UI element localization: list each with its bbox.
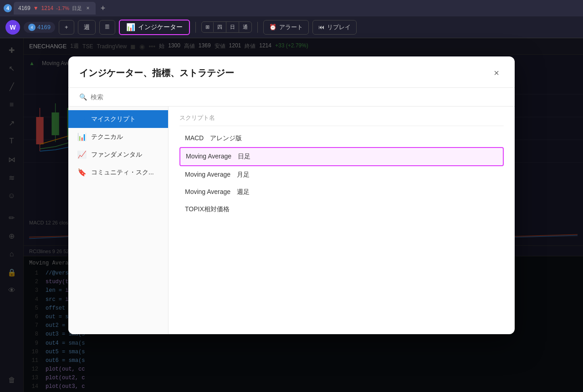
- chart-type-btn[interactable]: 𝄜: [99, 20, 115, 35]
- header-price: 4169: [37, 24, 51, 31]
- indicator-btn[interactable]: 📊 インジケーター: [119, 20, 190, 35]
- plus-btn[interactable]: +: [59, 20, 74, 35]
- indicator-modal: インジケーター、指標、ストラテジー × 🔍 👤 マイスクリプト 📊: [68, 56, 515, 334]
- tab-circle: 4: [4, 4, 12, 12]
- alert-label: アラート: [279, 23, 303, 31]
- toolbar-separator: [195, 22, 196, 33]
- modal-close-btn[interactable]: ×: [489, 66, 504, 80]
- script-ma-monthly-label: Moving Average 月足: [185, 171, 250, 179]
- btn-all[interactable]: 通: [239, 22, 251, 32]
- search-icon: 🔍: [79, 93, 87, 101]
- nav-item-technical[interactable]: 📊 テクニカル: [68, 128, 168, 146]
- user-icon: 👤: [77, 115, 87, 123]
- modal-body: 👤 マイスクリプト 📊 テクニカル 📈 ファンダメンタル 🔖 コミュニティ・スク…: [68, 107, 515, 334]
- modal-content: スクリプト名 MACD アレンジ版 Moving Average 日足 Movi…: [169, 107, 515, 334]
- view-group: ⊞ スクリプト名 四 日 通: [201, 21, 252, 33]
- tab-price: 4169: [18, 5, 31, 11]
- chart-icon: 📈: [77, 150, 87, 159]
- script-item-macd[interactable]: MACD アレンジ版: [179, 130, 504, 147]
- nav-technical-label: テクニカル: [91, 133, 123, 141]
- modal-overlay: インジケーター、指標、ストラテジー × 🔍 👤 マイスクリプト 📊: [0, 38, 583, 392]
- bookmark-nav-icon: 🔖: [77, 168, 87, 177]
- tab-price2: 1214: [41, 5, 54, 11]
- nav-my-scripts-label: マイスクリプト: [91, 115, 136, 123]
- script-item-ma-daily[interactable]: Moving Average 日足: [179, 147, 504, 166]
- alert-btn[interactable]: ⏰ アラート: [263, 20, 309, 35]
- nav-item-fundamental[interactable]: 📈 ファンダメンタル: [68, 146, 168, 163]
- nav-community-label: コミュニティ・スク...: [91, 168, 154, 177]
- script-ma-daily-label: Moving Average 日足: [186, 153, 251, 161]
- script-macd-label: MACD アレンジ版: [185, 134, 242, 143]
- modal-header: インジケーター、指標、ストラテジー ×: [68, 56, 515, 88]
- bar-chart-icon: 📊: [77, 132, 87, 141]
- script-item-ma-monthly[interactable]: Moving Average 月足: [179, 166, 504, 183]
- replay-btn[interactable]: ⏮ リプレイ: [312, 20, 357, 35]
- brand-logo: W: [5, 20, 20, 35]
- replay-label: リプレイ: [327, 23, 351, 31]
- modal-nav: 👤 マイスクリプト 📊 テクニカル 📈 ファンダメンタル 🔖 コミュニティ・スク…: [68, 107, 169, 334]
- tab-bar: 4 4169 ▼ 1214 -1.7% 日足 × +: [0, 0, 583, 16]
- alert-icon: ⏰: [269, 24, 276, 31]
- period-btn[interactable]: 週: [78, 20, 96, 35]
- btn-four[interactable]: 四: [214, 22, 226, 32]
- header-toolbar: W 4 4169 + 週 𝄜 📊 インジケーター ⊞ スクリプト名 四 日 通 …: [0, 16, 583, 38]
- main-area: ✚ ↖ ╱ ≡ ↗ T ⋈ ≋ ☺ ✏ ⊕ ⌂ 🔒 👁 🗑 ENECHANGE …: [0, 38, 583, 392]
- tab-arrow: ▼: [33, 5, 39, 11]
- tab-add-btn[interactable]: +: [97, 3, 108, 14]
- nav-item-community[interactable]: 🔖 コミュニティ・スク...: [68, 163, 168, 181]
- indicator-icon: 📊: [126, 23, 135, 31]
- nav-item-my-scripts[interactable]: 👤 マイスクリプト: [68, 110, 168, 128]
- content-header: スクリプト名: [179, 114, 504, 126]
- grid-view-btn[interactable]: ⊞: [202, 22, 214, 32]
- modal-search: 🔍: [68, 88, 515, 107]
- replay-icon: ⏮: [318, 24, 324, 31]
- indicator-label: インジケーター: [138, 23, 183, 31]
- script-item-topix[interactable]: TOPIX相対価格: [179, 201, 504, 218]
- script-item-ma-weekly[interactable]: Moving Average 週足: [179, 183, 504, 201]
- tab-change: -1.7%: [56, 5, 69, 11]
- tab-period: 日足: [72, 5, 82, 12]
- toolbar-sep2: [257, 22, 258, 33]
- price-badge[interactable]: 4 4169: [24, 22, 55, 33]
- tab-close-btn[interactable]: ×: [85, 5, 91, 11]
- nav-fundamental-label: ファンダメンタル: [91, 151, 142, 159]
- script-ma-weekly-label: Moving Average 週足: [185, 188, 250, 196]
- btn-day[interactable]: 日: [226, 22, 239, 32]
- price-circle-icon: 4: [28, 24, 36, 31]
- modal-title: インジケーター、指標、ストラテジー: [79, 67, 234, 79]
- tab-item[interactable]: 4169 ▼ 1214 -1.7% 日足 ×: [14, 2, 96, 15]
- search-input[interactable]: [91, 93, 504, 101]
- script-topix-label: TOPIX相対価格: [185, 205, 230, 214]
